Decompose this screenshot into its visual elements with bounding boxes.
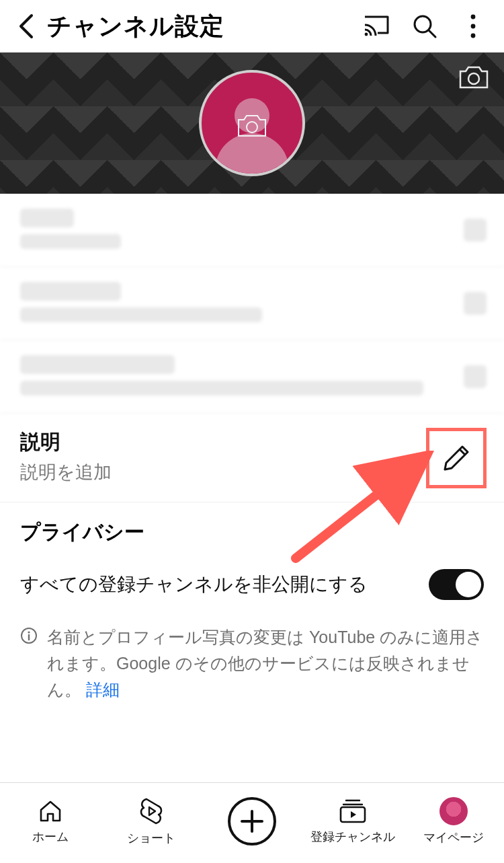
info-note-link[interactable]: 詳細 [86,680,120,699]
description-label: 説明 [20,428,484,456]
subscriptions-icon [338,798,368,825]
nav-label: 登録チャンネル [310,829,395,845]
page-title: チャンネル設定 [47,10,224,43]
app-bar: チャンネル設定 [0,0,504,52]
privacy-section-header: プライバシー [0,502,504,553]
setting-row-redacted[interactable] [0,194,504,267]
redacted-text [20,282,121,301]
nav-shorts[interactable]: ショート [101,796,202,846]
nav-label: ショート [127,830,175,846]
settings-list: 説明 説明を追加 プライバシー すべての登録チャンネルを非公開にする 名前とプロ… [0,194,504,716]
more-vertical-icon [470,14,476,38]
pencil-icon [442,443,471,473]
nav-label: マイページ [423,829,484,846]
edit-icon [464,292,487,315]
redacted-text [20,234,121,249]
svg-line-2 [429,30,435,37]
edit-banner-button[interactable] [458,65,489,93]
cast-button[interactable] [352,2,401,50]
edit-description-button[interactable] [426,428,487,488]
privacy-toggle-label: すべての登録チャンネルを非公開にする [20,572,429,597]
nav-home[interactable]: ホーム [0,798,101,845]
redacted-text [20,209,74,227]
svg-point-4 [471,24,476,29]
chevron-left-icon [17,13,34,40]
redacted-text [20,355,175,374]
camera-icon [237,113,267,139]
setting-row-redacted[interactable] [0,340,504,414]
shorts-icon [138,796,165,826]
nav-mypage[interactable]: マイページ [403,797,504,846]
svg-point-10 [28,631,30,633]
camera-icon [458,65,489,90]
info-note: 名前とプロフィール写真の変更は YouTube のみに適用されます。Google… [0,617,504,716]
avatar-icon [439,797,468,825]
svg-point-7 [247,122,257,133]
channel-banner [0,52,504,194]
setting-row-redacted[interactable] [0,267,504,340]
svg-line-8 [460,449,465,455]
redacted-text [20,307,262,322]
description-placeholder: 説明を追加 [20,460,484,484]
edit-icon [464,219,487,241]
svg-point-0 [365,33,368,36]
nav-create-button[interactable] [202,795,302,848]
privacy-toggle-row: すべての登録チャンネルを非公開にする [0,553,504,617]
svg-point-5 [471,34,476,38]
bottom-nav: ホーム ショート 登録チャンネル マイページ [0,782,504,863]
privacy-toggle-switch[interactable] [429,569,484,600]
home-icon [37,798,64,825]
setting-row-description[interactable]: 説明 説明を追加 [0,414,504,502]
toggle-knob [456,572,481,597]
plus-circle-icon [226,795,278,848]
back-button[interactable] [9,10,42,42]
more-button[interactable] [449,2,497,50]
search-icon [411,13,438,40]
edit-icon [464,365,487,388]
avatar[interactable] [199,70,305,176]
cast-icon [363,15,390,38]
nav-label: ホーム [32,829,69,845]
svg-point-3 [471,15,476,20]
svg-point-6 [468,73,479,84]
search-button[interactable] [401,2,449,50]
info-icon [20,627,38,644]
redacted-text [20,381,423,396]
nav-subscriptions[interactable]: 登録チャンネル [302,798,403,845]
avatar-placeholder-body [215,133,289,176]
